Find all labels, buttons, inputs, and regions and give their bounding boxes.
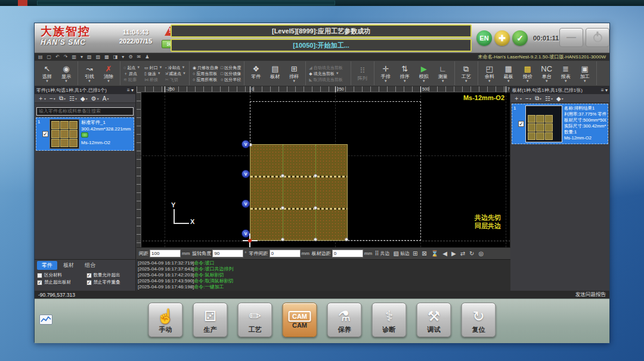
sheets-tool-button[interactable]: ◆▾	[556, 95, 564, 102]
toolbar-button[interactable]: ⇅ 排序 ▼	[395, 61, 414, 85]
nested-part[interactable]	[250, 144, 348, 241]
parts-tool-button[interactable]: ⧉▾	[59, 95, 66, 102]
param-action-button[interactable]: ⠿共边	[374, 250, 389, 257]
menu-icon[interactable]: ▥	[72, 54, 77, 61]
toolbar-button[interactable]: NC 单台 ▼	[537, 61, 556, 85]
dock-mode-button[interactable]: ⚗ 保养	[327, 303, 362, 337]
toolbar-button[interactable]: ↖ 选择 ▼	[38, 61, 57, 85]
confirm-status-button[interactable]: ✓	[512, 30, 528, 46]
toolbar-button[interactable]: ▶ 模拟 ▼	[414, 61, 434, 85]
toolbar-button[interactable]: ⊞ 排样 ▼	[284, 61, 304, 85]
parts-tool-button[interactable]: −▾	[49, 95, 55, 102]
dock-mode-button[interactable]: ⚕ 诊断	[372, 303, 407, 337]
nest-settings-tab[interactable]: 零件	[37, 261, 57, 270]
language-toggle-button[interactable]: EN	[476, 30, 492, 46]
param-action-button[interactable]: ▧贴边	[394, 250, 410, 257]
part-gap-input[interactable]	[270, 250, 301, 257]
parts-tool-button[interactable]: ☷▾	[69, 95, 77, 102]
menu-icon[interactable]: ↶	[55, 54, 60, 61]
toolbar-button[interactable]: ◉ 显示 ▼	[57, 61, 76, 85]
menu-icon[interactable]: ⚙	[128, 54, 132, 61]
toolbar-button[interactable]: ▣ 加工 ▼	[575, 61, 595, 85]
distinguish-checkbox[interactable]: ○ 区分半径	[221, 77, 241, 82]
pierce-marker-v[interactable]: V	[242, 200, 250, 208]
sheets-tool-button[interactable]: ☷▾	[545, 95, 553, 102]
menu-icon[interactable]: ♟	[145, 54, 149, 61]
toolbar-option[interactable]: ≋ 轮廓 ▼	[123, 77, 142, 82]
toolbar-button[interactable]: ⠿ 阵列	[353, 61, 372, 85]
toolbar-button[interactable]: ▩ 报价 ▼	[518, 61, 537, 85]
toolbar-option[interactable]: ◌ 起点 ▼	[123, 65, 142, 70]
param-icon-button[interactable]: ⇄	[460, 250, 466, 257]
sheets-tool-button[interactable]: ＋▾	[513, 94, 522, 102]
parts-tool-button[interactable]: A▾	[103, 95, 109, 102]
param-icon-button[interactable]: ↻	[469, 250, 475, 257]
distinguish-checkbox[interactable]: □ 区分角度	[221, 65, 241, 70]
pierce-marker-v[interactable]: V	[242, 229, 250, 238]
spacing-input[interactable]	[150, 250, 181, 257]
toolbar-button[interactable]: ❖ 零件 ▼	[246, 61, 265, 85]
dock-mode-button[interactable]: ✏ 工艺	[238, 303, 273, 337]
rotation-input[interactable]	[212, 250, 243, 257]
toolbar-button[interactable]: ≣ 报表 ▼	[556, 61, 575, 85]
param-icon-button[interactable]: ⌛	[431, 250, 439, 257]
menu-icon[interactable]: ◨	[113, 54, 118, 61]
part-list-item[interactable]: 1 ✓ 标准零件_1 300.42mm*328.221mm Ms-12mm-O2	[36, 117, 134, 151]
nest-settings-tab[interactable]: 组合	[80, 261, 100, 270]
toolbar-option[interactable]: ✂ 飞切 ▼	[165, 77, 186, 82]
param-icon-button[interactable]: ⊠	[421, 250, 427, 257]
toolbar-button[interactable]: ✗ 清除 ▼	[99, 61, 118, 85]
toolbar-option[interactable]: ＋ 原点 ▼	[123, 71, 142, 76]
parts-tool-button[interactable]: ＋▾	[38, 94, 46, 102]
dock-mode-button[interactable]: CAM CAM	[283, 303, 317, 337]
toolbar-button[interactable]: ◰ 余料 ▼	[480, 61, 499, 85]
param-icon-button[interactable]: ⊞	[412, 250, 418, 257]
parts-panel-header-icons[interactable]: ≡ ▾	[127, 86, 134, 94]
toolbar-button[interactable]: ↝ 引线 ▼	[80, 61, 99, 85]
menu-icon[interactable]: ▨	[96, 54, 101, 61]
nest-settings-tab[interactable]: 板材	[58, 261, 79, 270]
menu-icon[interactable]: ▧	[87, 54, 92, 61]
toolbar-option[interactable]: ≯ 减速点 ▼	[165, 71, 186, 76]
nest-setting-checkbox[interactable]: ✓禁止零件重叠	[86, 279, 134, 285]
nesting-canvas[interactable]: -2500250500750	[137, 86, 510, 247]
parts-tool-button[interactable]: ◆▾	[80, 95, 88, 102]
pierce-marker-v[interactable]: V	[242, 140, 250, 148]
power-button[interactable]	[586, 28, 609, 47]
sheet-list-item[interactable]: 1 ✓ 名称:排料结果1利用率:37.775% 零件数:1板材尺寸:500mm*…	[512, 104, 608, 144]
param-icon-button[interactable]: ▶	[451, 250, 457, 257]
toolbar-option[interactable]: ▭ 封口 ▼	[144, 65, 163, 70]
dock-mode-button[interactable]: ↻ 复位	[462, 303, 496, 337]
toolbar-button[interactable]: ∟ 测量 ▼	[434, 61, 453, 85]
apply-radio[interactable]: ○ 应用当前板	[193, 71, 218, 76]
toolbar-button[interactable]: ⧉ 工艺 ▼	[457, 61, 476, 85]
sheets-panel-header-icons[interactable]: ≡ ▾	[601, 86, 608, 94]
toolbar-button[interactable]: ▦ 裁板 ▼	[499, 61, 518, 85]
param-icon-button[interactable]: ◀	[442, 250, 448, 257]
toolbar-option[interactable]: ⋈ 桥接 ▼	[144, 77, 163, 82]
nest-setting-checkbox[interactable]: ✓禁止超出板材	[37, 279, 84, 285]
chart-mini-icon[interactable]	[39, 315, 52, 325]
pierce-marker-v[interactable]: V	[242, 170, 250, 178]
sheet-margin-input[interactable]	[332, 250, 363, 257]
menu-icon[interactable]: ▢	[47, 54, 52, 61]
parts-tool-button[interactable]: ⚙▾	[91, 95, 99, 102]
parts-search-input[interactable]	[36, 107, 134, 116]
nest-setting-checkbox[interactable]: ✓数量允许超出	[86, 272, 134, 278]
nest-setting-checkbox[interactable]: 区分材料	[37, 272, 84, 278]
param-icon-button[interactable]: ◎	[478, 250, 484, 257]
sheet-checkbox[interactable]: ✓	[518, 121, 524, 127]
dock-mode-button[interactable]: ⚂ 生产	[193, 303, 228, 337]
menu-icon[interactable]: ▤	[38, 54, 43, 61]
apply-radio[interactable]: ◉ 只修改自身	[193, 65, 218, 70]
menu-icon[interactable]: ✉	[137, 54, 141, 61]
menu-icon[interactable]: ▾	[122, 54, 124, 61]
sheets-tool-button[interactable]: ⧉▾	[535, 95, 541, 102]
toolbar-option[interactable]: ▫ 冷却点 ▼	[165, 65, 186, 70]
toolbar-option[interactable]: ▯ 微连 ▼	[144, 71, 163, 76]
fill-option[interactable]: ◣ 取消填充当前板 ▼	[309, 77, 347, 82]
menu-icon[interactable]: ▾	[80, 54, 83, 61]
dock-mode-button[interactable]: ⚒ 调试	[417, 303, 451, 337]
minimize-button[interactable]: —	[559, 28, 583, 47]
fill-option[interactable]: ◆ 填充当前板 ▼	[309, 71, 347, 76]
